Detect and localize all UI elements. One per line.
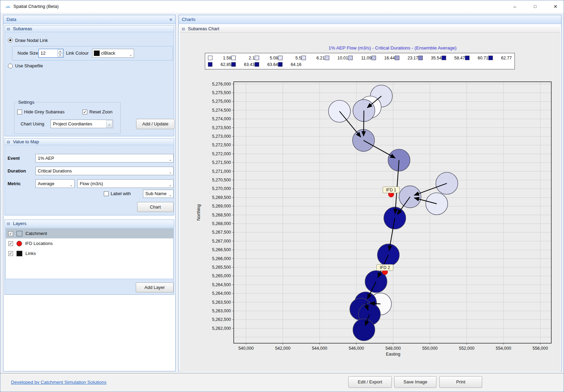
- charts-panel-title: Charts: [182, 17, 196, 22]
- red-circle-icon: [16, 241, 22, 246]
- subarea-node: [384, 207, 406, 229]
- draw-nodal-link-label: Draw Nodal Link: [15, 38, 48, 43]
- y-tick-label: 5,267,000: [212, 239, 231, 244]
- y-tick-label: 5,275,500: [212, 90, 231, 95]
- hide-grey-subareas-checkbox[interactable]: [17, 110, 22, 114]
- collapse-group-icon[interactable]: ⊟: [7, 27, 10, 31]
- y-tick-label: 5,263,000: [212, 309, 231, 313]
- link-colour-value: clBlack: [101, 51, 115, 56]
- maximize-button[interactable]: □: [527, 0, 543, 13]
- y-tick-label: 5,270,500: [212, 178, 231, 182]
- layer-row[interactable]: ✓Links: [6, 248, 173, 258]
- subareas-group-title: Subareas: [13, 26, 32, 31]
- metric-type-value: Flow (m3/s): [80, 181, 103, 186]
- ifd-label: IFD 1: [386, 188, 396, 192]
- value-to-map-group: ⊟ Value to Map Event 1% AEP ⌄ Duration C…: [4, 138, 174, 215]
- link-arrow: [364, 111, 364, 136]
- add-layer-button[interactable]: Add Layer: [136, 282, 174, 292]
- stepper-down-icon[interactable]: ▼: [57, 53, 63, 57]
- y-tick-label: 5,263,500: [212, 300, 231, 305]
- layers-list: ✓Catchment✓IFD Locations✓Links: [5, 228, 174, 279]
- y-tick-label: 5,264,500: [212, 282, 231, 287]
- y-tick-label: 5,262,000: [212, 326, 231, 331]
- draw-nodal-link-radio[interactable]: [8, 38, 13, 43]
- collapse-group-icon[interactable]: ⊟: [7, 222, 10, 226]
- chart-using-label: Chart Using: [21, 121, 44, 126]
- chevron-down-icon: ⌄: [129, 51, 132, 58]
- y-tick-label: 5,265,500: [212, 265, 231, 270]
- reset-zoom-checkbox[interactable]: ✓: [82, 110, 87, 114]
- print-button[interactable]: Print: [439, 376, 482, 388]
- hide-grey-subareas-label: Hide Grey Subareas: [24, 109, 65, 114]
- y-tick-label: 5,268,500: [212, 213, 231, 217]
- use-shapefile-label: Use Shapefile: [15, 63, 43, 68]
- label-with-checkbox[interactable]: [104, 191, 109, 196]
- data-panel-header: Data «: [3, 15, 175, 24]
- close-button[interactable]: ✕: [548, 0, 563, 13]
- subareas-chart-section-header[interactable]: ⊟ Subareas Chart: [180, 25, 561, 33]
- value-to-map-group-header[interactable]: ⊟ Value to Map: [5, 138, 174, 145]
- chevron-down-icon: ⌄: [106, 120, 112, 127]
- layer-checkbox[interactable]: ✓: [8, 231, 13, 236]
- minimize-button[interactable]: –: [507, 0, 523, 13]
- link-colour-swatch: [94, 51, 100, 56]
- chart-button[interactable]: Chart: [137, 202, 174, 212]
- x-tick-label: 554,000: [496, 346, 511, 351]
- layer-row[interactable]: ✓Catchment: [6, 228, 173, 238]
- collapse-panel-icon[interactable]: «: [169, 15, 172, 24]
- nodal-link-options-panel: Node Size 12 ▲ ▼ Link Colour clBlack ⌄: [12, 46, 173, 60]
- add-update-button[interactable]: Add / Update: [136, 119, 175, 129]
- event-label: Event: [8, 156, 20, 161]
- chevron-down-icon: ⌄: [169, 156, 172, 163]
- x-tick-label: 542,000: [275, 346, 290, 351]
- save-image-button[interactable]: Save Image: [394, 376, 436, 388]
- layer-label: Catchment: [25, 231, 47, 236]
- layer-checkbox[interactable]: ✓: [8, 241, 13, 246]
- collapse-group-icon[interactable]: ⊟: [182, 27, 185, 31]
- y-tick-label: 5,267,500: [212, 230, 231, 235]
- chart-using-select[interactable]: Project Coordiantes ⌄: [51, 120, 113, 128]
- y-tick-label: 5,274,500: [212, 108, 231, 113]
- subareas-group: ⊟ Subareas Draw Nodal Link Node Size 12 …: [4, 25, 174, 136]
- y-tick-label: 5,273,000: [212, 134, 231, 139]
- collapse-group-icon[interactable]: ⊟: [7, 140, 10, 144]
- y-tick-label: 5,276,000: [212, 82, 231, 87]
- label-with-select[interactable]: Sub Name ⌄: [143, 190, 174, 198]
- event-value: 1% AEP: [38, 156, 54, 161]
- layer-row[interactable]: ✓IFD Locations: [6, 238, 173, 248]
- label-with-value: Sub Name: [145, 191, 166, 196]
- metric-type-select[interactable]: Flow (m3/s) ⌄: [77, 179, 174, 188]
- node-size-value: 12: [41, 51, 45, 56]
- y-tick-label: 5,270,000: [212, 186, 231, 191]
- node-size-stepper[interactable]: 12 ▲ ▼: [38, 49, 64, 58]
- settings-group: Settings Hide Grey Subareas ✓ Reset Zoon…: [14, 100, 121, 134]
- chevron-down-icon: ⌄: [169, 168, 172, 176]
- use-shapefile-radio[interactable]: [8, 64, 13, 68]
- layers-group-header[interactable]: ⊟ Layers: [5, 220, 174, 227]
- layer-checkbox[interactable]: ✓: [8, 251, 13, 256]
- chevron-down-icon: ⌄: [169, 191, 172, 198]
- label-with-label: Label with: [111, 191, 131, 196]
- event-select[interactable]: 1% AEP ⌄: [35, 154, 174, 163]
- x-tick-label: 556,000: [532, 346, 548, 351]
- metric-stat-select[interactable]: Average ⌄: [35, 179, 75, 188]
- y-tick-label: 5,268,000: [212, 221, 231, 226]
- subareas-group-header[interactable]: ⊟ Subareas: [5, 25, 174, 32]
- x-tick-label: 546,000: [349, 346, 364, 351]
- settings-legend: Settings: [17, 100, 35, 105]
- ifd-label: IFD 2: [380, 265, 390, 270]
- chevron-down-icon: ⌄: [169, 181, 172, 188]
- stepper-up-icon[interactable]: ▲: [57, 49, 63, 53]
- duration-value: Critical Durations: [38, 168, 72, 173]
- developer-link[interactable]: Developed by Catchment Simulation Soluti…: [11, 380, 107, 385]
- y-tick-label: 5,269,000: [212, 204, 231, 209]
- y-tick-label: 5,272,500: [212, 143, 231, 147]
- y-tick-label: 5,272,000: [212, 152, 231, 156]
- value-to-map-title: Value to Map: [13, 139, 39, 144]
- subarea-node: [353, 319, 375, 341]
- edit-export-button[interactable]: Edit / Export: [348, 376, 392, 388]
- y-tick-label: 5,266,500: [212, 247, 231, 252]
- duration-select[interactable]: Critical Durations ⌄: [35, 167, 174, 175]
- subarea-node: [426, 193, 448, 215]
- link-colour-select[interactable]: clBlack ⌄: [92, 49, 134, 58]
